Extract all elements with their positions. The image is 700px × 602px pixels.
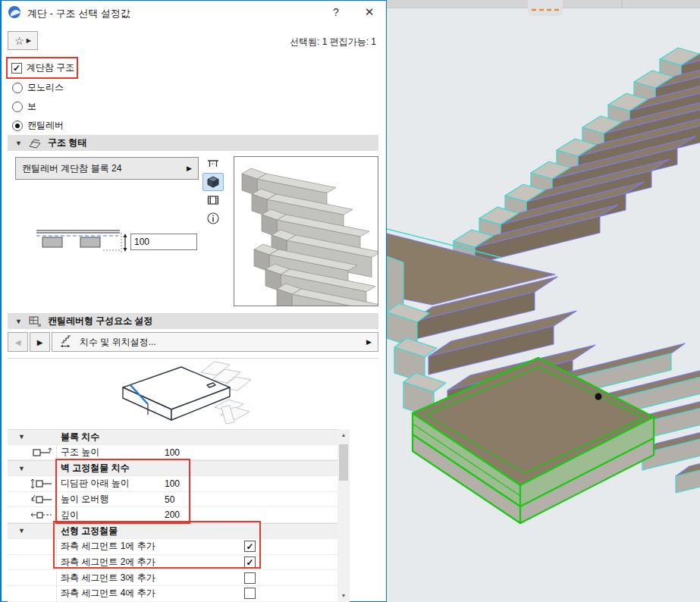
section-title: 구조 형태 (48, 136, 86, 149)
row-checkbox[interactable]: ✓ (244, 541, 256, 552)
collapse-triangle-icon[interactable]: ▼ (15, 140, 22, 147)
section-cantilever-components[interactable]: ▼ 캔틸레버형 구성요소 설정 (8, 313, 378, 329)
table-row-group: ▼블록 치수 (8, 429, 337, 445)
component-section-icon (28, 315, 42, 328)
depth-icon (30, 510, 53, 523)
struct-height-icon (30, 447, 53, 461)
dimension-settings-icon (58, 335, 74, 349)
3d-stair-scene[interactable] (387, 0, 700, 602)
dialog-title: 계단 - 구조 선택 설정값 (27, 7, 130, 20)
group-label: 벽 고정철물 치수 (61, 462, 130, 475)
view-mode-icons (202, 155, 224, 227)
3d-viewport[interactable] (387, 0, 700, 602)
screen: 계단 - 구조 선택 설정값 ? ✕ ☆ ▶ 선택됨: 1 편집가능: 1 ✓ … (0, 0, 700, 602)
group-collapse-icon[interactable]: ▼ (18, 465, 25, 472)
table-row-value: 높이 오버행50 (8, 492, 337, 508)
tread-under-height-icon (30, 478, 53, 492)
close-button[interactable]: ✕ (358, 5, 381, 20)
row-value[interactable]: 100 (165, 447, 180, 458)
section-structure-geometry[interactable]: ▼ 구조 형태 (8, 135, 378, 151)
table-row-check: 좌측 세그먼트 4에 추가 (8, 586, 337, 602)
offset-diagram (30, 225, 129, 257)
landing-wireframe-diagram (66, 357, 278, 429)
stair-settings-dialog: 계단 - 구조 선택 설정값 ? ✕ ☆ ▶ 선택됨: 1 편집가능: 1 ✓ … (0, 0, 387, 602)
selection-status: 선택됨: 1 편집가능: 1 (290, 36, 376, 49)
row-value[interactable]: 50 (165, 494, 174, 505)
geometry-section-icon (28, 138, 42, 149)
scrollbar-thumb[interactable] (339, 444, 348, 481)
symbolic-view-icon[interactable] (202, 155, 224, 173)
radio-beam[interactable]: 보 (12, 100, 36, 113)
star-icon: ☆ (14, 35, 24, 47)
table-row-check: 좌측 세그먼트 1에 추가✓ (8, 539, 337, 555)
table-row-check: 좌측 세그먼트 2에 추가✓ (8, 555, 337, 571)
info-icon[interactable] (202, 209, 224, 227)
parameter-table: ▼블록 치수구조 높이100▼벽 고정철물 치수디딤판 아래 높이100높이 오… (8, 429, 337, 602)
row-label: 좌측 세그먼트 3에 추가 (61, 572, 155, 585)
radio-circle-selected[interactable] (12, 121, 23, 131)
offset-value-input[interactable] (130, 234, 197, 250)
landing-structure-checkbox-row[interactable]: ✓ 계단참 구조 (11, 61, 74, 74)
row-value[interactable]: 100 (165, 478, 180, 489)
structure-type-dropdown[interactable]: 캔틸레버 계단참 블록 24 ▶ (15, 157, 199, 180)
section-title: 캔틸레버형 구성요소 설정 (48, 315, 153, 328)
dropdown-arrow-icon: ▶ (187, 165, 192, 172)
group-collapse-icon[interactable]: ▼ (18, 433, 25, 441)
scroll-down-icon[interactable]: ▼ (337, 590, 350, 602)
structure-preview (234, 156, 378, 306)
position-settings-bar[interactable]: 치수 및 위치설정... ▶ (52, 332, 378, 352)
landing-structure-checkbox[interactable]: ✓ (11, 63, 22, 74)
table-row-group: ▼벽 고정철물 치수 (8, 460, 337, 476)
row-label: 좌측 세그먼트 1에 추가 (61, 540, 155, 553)
prev-component-button[interactable]: ◀ (8, 332, 28, 352)
row-label: 좌측 세그먼트 4에 추가 (61, 587, 155, 600)
film-view-icon[interactable] (202, 191, 224, 209)
radio-monolith[interactable]: 모노리스 (12, 81, 64, 94)
favorites-button[interactable]: ☆ ▶ (8, 31, 38, 50)
3d-view-icon[interactable] (202, 173, 224, 191)
group-label: 선형 고정철물 (61, 525, 118, 538)
group-collapse-icon[interactable]: ▼ (18, 527, 25, 535)
table-row-value: 디딤판 아래 높이100 (8, 476, 337, 492)
group-label: 블록 치수 (61, 431, 99, 444)
height-overhang-icon (30, 494, 53, 508)
collapse-triangle-icon[interactable]: ▼ (15, 318, 22, 325)
scroll-up-icon[interactable]: ▲ (337, 429, 350, 441)
landing-structure-label: 계단참 구조 (27, 61, 74, 74)
radio-cantilever[interactable]: 캔틸레버 (12, 119, 64, 132)
help-button[interactable]: ? (325, 5, 347, 20)
row-label: 디딤판 아래 높이 (61, 477, 130, 490)
table-row-check: 좌측 세그먼트 3에 추가 (8, 570, 337, 586)
row-checkbox[interactable] (244, 588, 256, 599)
row-checkbox[interactable]: ✓ (244, 557, 256, 568)
next-component-button[interactable]: ▶ (30, 332, 50, 352)
row-label: 높이 오버행 (61, 493, 108, 506)
table-row-value: 구조 높이100 (8, 445, 337, 461)
row-label: 구조 높이 (61, 446, 99, 459)
row-checkbox[interactable] (244, 572, 256, 584)
table-scrollbar[interactable]: ▲ ▼ (337, 429, 350, 602)
table-row-value: 깊이200 (8, 507, 337, 523)
table-row-group: ▼선형 고정철물 (8, 523, 337, 539)
row-value[interactable]: 200 (165, 510, 180, 520)
titlebar: 계단 - 구조 선택 설정값 ? ✕ (2, 1, 386, 24)
row-label: 깊이 (61, 509, 79, 522)
radio-circle[interactable] (12, 102, 23, 112)
row-label: 좌측 세그먼트 2에 추가 (61, 556, 155, 569)
favorites-arrow-icon: ▶ (27, 37, 31, 44)
app-icon (8, 6, 20, 18)
radio-circle[interactable] (12, 83, 23, 93)
